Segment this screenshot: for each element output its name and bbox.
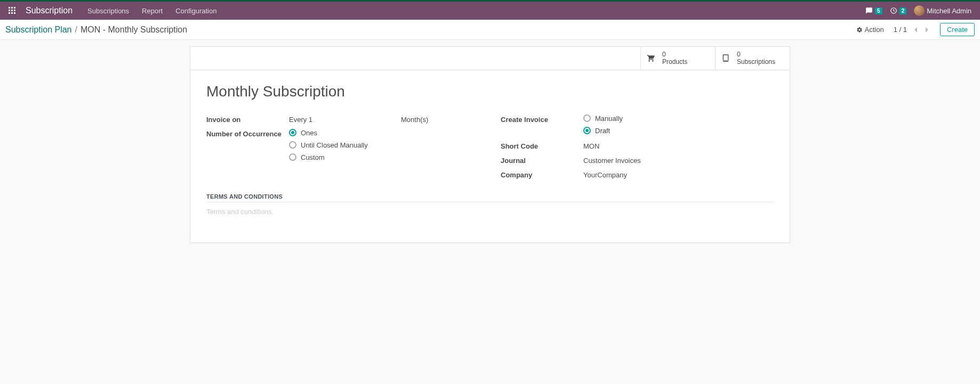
radio-until-closed[interactable]: Until Closed Manually bbox=[289, 141, 368, 149]
radio-unchecked-icon bbox=[583, 115, 591, 122]
radio-manually-label: Manually bbox=[595, 115, 623, 122]
app-brand: Subscription bbox=[26, 6, 73, 15]
main-navbar: Subscription Subscriptions Report Config… bbox=[0, 2, 980, 20]
nav-configuration[interactable]: Configuration bbox=[175, 7, 216, 15]
label-short-code: Short Code bbox=[501, 141, 583, 150]
radio-custom-label: Custom bbox=[301, 153, 325, 161]
form-sheet: 0 Products 0 Subscriptions Monthly Subsc… bbox=[190, 46, 790, 243]
products-count: 0 bbox=[662, 51, 687, 58]
create-button[interactable]: Create bbox=[940, 23, 975, 36]
radio-checked-icon bbox=[289, 129, 296, 136]
pager-prev[interactable] bbox=[912, 27, 919, 33]
label-number-occurrence: Number of Occurrence bbox=[206, 129, 289, 138]
subs-count: 0 bbox=[737, 51, 775, 58]
chat-icon bbox=[865, 7, 873, 14]
radio-ones[interactable]: Ones bbox=[289, 129, 368, 137]
terms-field[interactable]: Terms and conditions. bbox=[206, 202, 774, 221]
gear-icon bbox=[856, 27, 863, 33]
chevron-right-icon bbox=[925, 27, 929, 33]
user-menu[interactable]: Mitchell Admin bbox=[914, 5, 971, 16]
radio-draft-label: Draft bbox=[595, 127, 610, 135]
label-journal: Journal bbox=[501, 156, 583, 165]
radio-checked-icon bbox=[583, 127, 591, 134]
label-create-invoice: Create Invoice bbox=[501, 115, 583, 124]
pager-value[interactable]: 1 / 1 bbox=[894, 26, 907, 34]
products-label: Products bbox=[662, 58, 687, 66]
control-panel: Subscription Plan / MON - Monthly Subscr… bbox=[0, 20, 980, 40]
stat-subscriptions[interactable]: 0 Subscriptions bbox=[715, 47, 790, 70]
username: Mitchell Admin bbox=[927, 7, 971, 15]
nav-subscriptions[interactable]: Subscriptions bbox=[87, 7, 129, 15]
cart-icon bbox=[646, 54, 657, 62]
action-label: Action bbox=[865, 26, 884, 34]
label-invoice-on: Invoice on bbox=[206, 115, 289, 124]
radio-unchecked-icon bbox=[289, 153, 296, 161]
value-journal: Customer Invoices bbox=[583, 156, 641, 165]
breadcrumb-current: MON - Monthly Subscription bbox=[81, 25, 187, 35]
activity-badge: 2 bbox=[899, 7, 907, 14]
radio-unchecked-icon bbox=[289, 141, 296, 149]
value-invoice-unit: Month(s) bbox=[401, 115, 428, 124]
subs-label: Subscriptions bbox=[737, 58, 775, 66]
activity-indicator[interactable]: 2 bbox=[890, 7, 907, 14]
radio-draft[interactable]: Draft bbox=[583, 127, 623, 135]
value-company: YourCompany bbox=[583, 170, 627, 179]
chevron-left-icon bbox=[913, 27, 918, 33]
value-short-code: MON bbox=[583, 141, 599, 150]
label-company: Company bbox=[501, 170, 583, 179]
clock-icon bbox=[890, 7, 897, 14]
pager: 1 / 1 bbox=[894, 26, 930, 34]
pager-next[interactable] bbox=[924, 27, 930, 33]
apps-icon[interactable] bbox=[9, 7, 16, 14]
messaging-indicator[interactable]: 5 bbox=[865, 7, 882, 14]
chat-badge: 5 bbox=[875, 7, 882, 14]
nav-report[interactable]: Report bbox=[142, 7, 163, 15]
action-button[interactable]: Action bbox=[856, 26, 884, 34]
terms-header: TERMS AND CONDITIONS bbox=[206, 193, 774, 202]
radio-manually[interactable]: Manually bbox=[583, 115, 623, 122]
stat-products[interactable]: 0 Products bbox=[640, 47, 715, 70]
value-invoice-every: Every 1 bbox=[289, 115, 401, 124]
book-icon bbox=[721, 54, 732, 62]
terms-placeholder: Terms and conditions. bbox=[206, 208, 274, 216]
radio-custom[interactable]: Custom bbox=[289, 153, 368, 161]
radio-ones-label: Ones bbox=[301, 129, 317, 137]
breadcrumb-root[interactable]: Subscription Plan bbox=[5, 25, 72, 35]
stat-buttons: 0 Products 0 Subscriptions bbox=[190, 47, 790, 70]
avatar bbox=[914, 5, 925, 16]
radio-until-label: Until Closed Manually bbox=[301, 141, 368, 149]
record-title: Monthly Subscription bbox=[206, 83, 774, 100]
nav-menu: Subscriptions Report Configuration bbox=[87, 7, 216, 15]
breadcrumb: Subscription Plan / MON - Monthly Subscr… bbox=[5, 25, 187, 35]
breadcrumb-sep: / bbox=[75, 25, 77, 35]
